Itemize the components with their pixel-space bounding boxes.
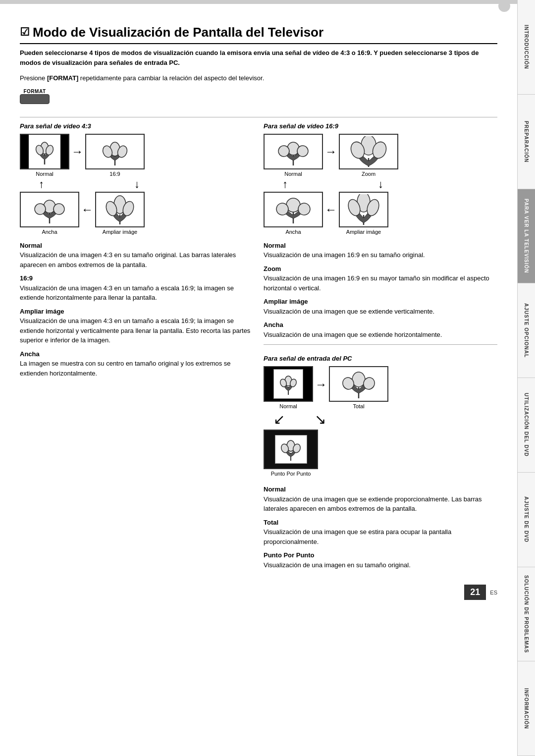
main-content: ☑ Modo de Visualización de Pantalla del …	[0, 0, 517, 615]
section-title-text: Modo de Visualización de Pantalla del Te…	[33, 25, 323, 40]
descriptions-169: Normal Visualización de una imagen 16:9 …	[264, 241, 497, 340]
checkbox-icon: ☑	[20, 26, 30, 39]
format-button-illustration: FORMAT	[20, 89, 50, 104]
desc-169-text: Visualización de una imagen 4:3 en un ta…	[20, 284, 234, 302]
desc-zoom-169: Zoom Visualización de una imagen 16:9 en…	[264, 264, 497, 293]
label-ampliar-43: Ampliar imáge	[103, 229, 137, 235]
tulip-zoom	[341, 136, 396, 167]
frame-normal-43	[20, 134, 69, 169]
img-ampliar-169: Ampliar imáge	[339, 192, 388, 235]
desc-ancha-169-text: Visualización de una imagen que se extie…	[264, 331, 442, 338]
diagram-row-2-43: Ancha ←	[20, 192, 145, 235]
img-normal-43: Normal	[20, 134, 69, 177]
img-ampliar-43: Ampliar imáge	[95, 192, 145, 235]
sidebar-tab-ajuste-opcional[interactable]: AJUSTE OPCIONAL	[518, 283, 535, 378]
section-169: Para señal de vídeo 16:9	[264, 122, 497, 340]
frame-ancha-169	[264, 192, 323, 227]
desc-normal-169: Normal Visualización de una imagen 16:9 …	[264, 241, 497, 260]
desc-punto-pc-text: Visualización de una imagen en su tamaño…	[264, 561, 411, 569]
col-right: Para señal de vídeo 16:9	[264, 122, 497, 575]
instruction-line: Presione [FORMAT] repetidamente para cam…	[20, 73, 497, 83]
label-ancha-43: Ancha	[42, 229, 57, 235]
tulip-normal-pc	[276, 372, 301, 396]
desc-zoom-169-text: Visualización de una imagen 16:9 en su m…	[264, 274, 489, 292]
diagram-row-1-169: Normal →	[264, 134, 398, 177]
img-169-43: 16:9	[85, 134, 145, 177]
desc-ampliar-43: Ampliar imáge Visualización de una image…	[20, 307, 254, 345]
tulip-ampliar-169	[340, 194, 387, 225]
diagram-row-2-169: Ancha ←	[264, 192, 388, 235]
frame-zoom	[339, 134, 398, 169]
arrow-right-169-top: →	[323, 145, 339, 159]
desc-ampliar-169-title: Ampliar imáge	[264, 298, 308, 305]
desc-ampliar-43-title: Ampliar imáge	[20, 308, 64, 315]
frame-pc-punto	[264, 430, 318, 469]
col-left-43: Para señal de vídeo 4:3	[20, 122, 254, 575]
arrow-right-pc: →	[313, 378, 329, 391]
img-total-pc: Total	[329, 366, 388, 409]
format-button-shape	[20, 94, 50, 104]
diagram-pc: Normal →	[264, 366, 497, 479]
tulip-punto-pc	[277, 437, 305, 462]
sidebar-tab-introduccion[interactable]: INTRODUCCIÓN	[518, 0, 535, 95]
img-punto-pc: Punto Por Punto	[264, 430, 318, 477]
sidebar-tab-utilizacion-dvd[interactable]: UTILIZACIÓN DEL DVD	[518, 378, 535, 473]
tulip-normal-43	[30, 137, 59, 166]
arrow-down-169: ↓	[134, 178, 140, 191]
img-normal-169: Normal	[264, 134, 323, 177]
desc-ancha-43-text: La imagen se muestra con su centro en ta…	[20, 360, 231, 377]
top-circle	[498, 0, 510, 12]
section-title: ☑ Modo de Visualización de Pantalla del …	[20, 25, 497, 44]
subsection-title-pc: Para señal de entrada del PC	[264, 355, 497, 362]
intro-text: Pueden seleccionarse 4 tipos de modos de…	[20, 48, 497, 67]
sidebar-tab-ajuste-dvd[interactable]: AJUSTE DE DVD	[518, 473, 535, 567]
desc-normal-pc-text: Visualización de una imagen que se extie…	[264, 495, 482, 513]
label-normal-169: Normal	[284, 171, 302, 177]
descriptions-43: Normal Visualización de una imagen 4:3 e…	[20, 241, 254, 378]
desc-ancha-169-title: Ancha	[264, 321, 283, 328]
frame-ancha	[20, 192, 79, 227]
separator	[20, 117, 497, 117]
frame-pc-total	[329, 366, 388, 402]
desc-ampliar-169: Ampliar imáge Visualización de una image…	[264, 297, 497, 316]
desc-169-title: 16:9	[20, 274, 33, 282]
separator-pc	[264, 344, 497, 345]
page-lang: ES	[490, 590, 497, 595]
img-ancha-169: Ancha	[264, 192, 323, 235]
desc-normal-169-title: Normal	[264, 242, 286, 249]
diagram-row-1-43: Normal →	[20, 134, 145, 177]
page-number: 21	[464, 585, 486, 600]
black-left-bar	[21, 135, 29, 168]
frame-169	[85, 134, 145, 169]
sidebar-tab-solucion-problemas[interactable]: SOLUCIÓN DE PROBLEMAS	[518, 567, 535, 662]
desc-punto-pc: Punto Por Punto Visualización de una ima…	[264, 550, 497, 570]
label-ampliar-169: Ampliar imáge	[346, 229, 381, 235]
label-zoom-169: Zoom	[362, 171, 375, 177]
label-ancha-169: Ancha	[285, 229, 301, 235]
v-arrows-169: ↑ ↓	[264, 177, 402, 192]
sidebar-tabs: INTRODUCCIÓN PREPARACIÓN PARA VER LA TEL…	[517, 0, 535, 756]
arrow-diagonal-right-pc: ↘	[315, 411, 326, 428]
inner-white-normal-pc	[273, 369, 303, 399]
arrow-right-43-top: →	[69, 145, 85, 159]
desc-punto-pc-title: Punto Por Punto	[264, 551, 315, 559]
sidebar-tab-ver-television[interactable]: PARA VER LA TELEVISIÓN	[518, 189, 535, 284]
sidebar-tab-preparacion[interactable]: PREPARACIÓN	[518, 95, 535, 189]
desc-normal-43-title: Normal	[20, 242, 42, 249]
page-footer: 21 ES	[20, 585, 497, 600]
label-punto-pc: Punto Por Punto	[271, 471, 311, 477]
arrow-up-normal-43: ↑	[39, 178, 44, 191]
desc-ampliar-169-text: Visualización de una imagen que se extie…	[264, 308, 434, 315]
tulip-ancha-169	[266, 194, 321, 225]
desc-ancha-169: Ancha Visualización de una imagen que se…	[264, 320, 497, 339]
sidebar-tab-informacion[interactable]: INFORMACIÓN	[518, 661, 535, 756]
diagram-169: Normal →	[264, 134, 497, 235]
desc-total-pc-title: Total	[264, 519, 278, 526]
tulip-169	[93, 136, 137, 167]
tulip-total-pc	[331, 369, 386, 399]
desc-normal-43-text: Visualización de una imagen 4:3 en su ta…	[20, 251, 236, 269]
descriptions-pc: Normal Visualización de una imagen que s…	[264, 485, 497, 570]
frame-pc-normal	[264, 366, 313, 402]
desc-ancha-43-title: Ancha	[20, 350, 40, 358]
tulip-ampliar-43	[97, 195, 144, 224]
